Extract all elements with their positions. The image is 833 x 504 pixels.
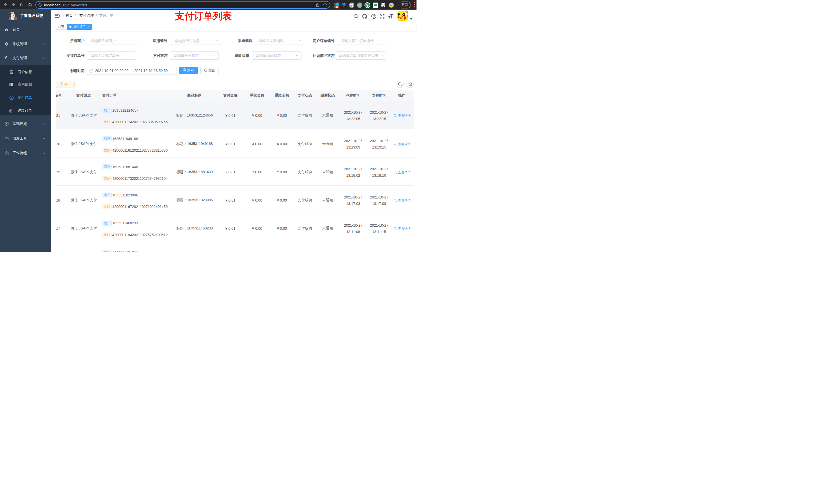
svg-text:¥: ¥: [11, 96, 12, 99]
